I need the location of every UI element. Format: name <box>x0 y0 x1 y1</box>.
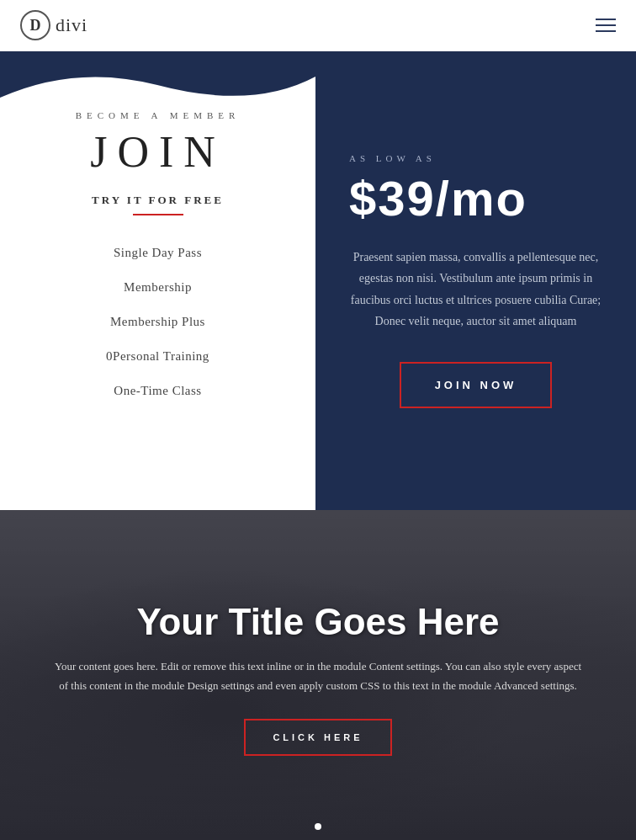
logo-circle: D <box>20 10 50 40</box>
click-here-button[interactable]: CLICK HERE <box>244 719 391 756</box>
header: D divi <box>0 0 636 51</box>
price-display: $39/mo <box>349 170 602 226</box>
gym-content: Your Title Goes Here Your content goes h… <box>0 601 636 757</box>
right-panel: AS LOW AS $39/mo Praesent sapien massa, … <box>315 51 636 510</box>
logo[interactable]: D divi <box>20 10 87 40</box>
logo-text: divi <box>56 14 87 36</box>
try-free-text: TRY IT FOR FREE <box>92 194 224 207</box>
gym-description: Your content goes here. Edit or remove t… <box>50 657 586 696</box>
logo-letter: D <box>30 17 41 35</box>
join-title: JOIN <box>90 127 225 177</box>
become-member-text: BECOME A MEMBER <box>76 110 241 120</box>
membership-menu-item[interactable]: Single Day Pass <box>0 236 315 270</box>
hamburger-menu[interactable] <box>596 19 616 32</box>
membership-menu-item[interactable]: Membership <box>0 270 315 305</box>
as-low-as-label: AS LOW AS <box>349 153 602 163</box>
membership-menu-item[interactable]: One-Time Class <box>0 374 315 408</box>
left-panel: BECOME A MEMBER JOIN TRY IT FOR FREE Sin… <box>0 51 315 510</box>
gym-title: Your Title Goes Here <box>50 601 586 643</box>
hamburger-line-3 <box>596 30 616 32</box>
hero-section: BECOME A MEMBER JOIN TRY IT FOR FREE Sin… <box>0 51 636 510</box>
membership-menu: Single Day PassMembershipMembership Plus… <box>0 236 315 408</box>
price-description: Praesent sapien massa, convallis a pelle… <box>349 247 602 332</box>
slide-dot <box>315 823 321 830</box>
membership-menu-item[interactable]: Membership Plus <box>0 305 315 339</box>
join-now-button[interactable]: JOIN NOW <box>400 362 553 408</box>
hamburger-line-1 <box>596 19 616 20</box>
hamburger-line-2 <box>596 24 616 26</box>
red-divider <box>133 214 183 215</box>
gym-section: Your Title Goes Here Your content goes h… <box>0 510 636 840</box>
membership-menu-item[interactable]: 0Personal Training <box>0 339 315 374</box>
wave-decoration <box>0 51 315 110</box>
slide-indicator <box>315 818 321 833</box>
